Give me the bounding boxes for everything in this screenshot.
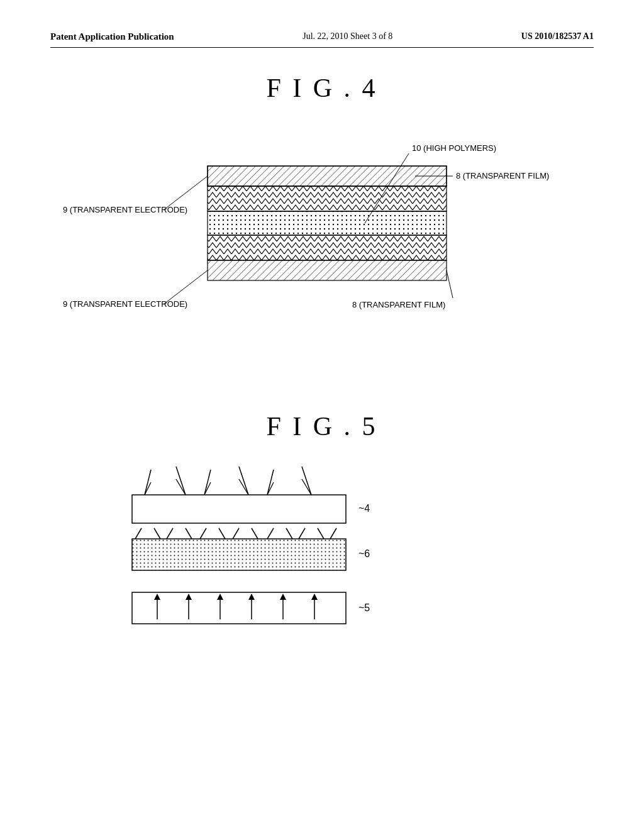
svg-line-43 <box>233 528 239 539</box>
fig4-section: F I G . 4 <box>50 73 594 361</box>
svg-text:~4: ~4 <box>358 503 370 514</box>
svg-line-48 <box>318 528 324 539</box>
svg-text:~6: ~6 <box>358 548 370 559</box>
svg-text:10 (HIGH POLYMERS): 10 (HIGH POLYMERS) <box>412 143 496 153</box>
fig5-title: F I G . 5 <box>50 411 594 441</box>
svg-line-19 <box>447 270 453 298</box>
svg-text:9 (TRANSPARENT ELECTRODE): 9 (TRANSPARENT ELECTRODE) <box>63 205 187 214</box>
svg-line-41 <box>200 528 206 539</box>
svg-line-31 <box>267 470 274 495</box>
patent-number-label: US 2010/182537 A1 <box>521 31 594 42</box>
svg-rect-7 <box>208 186 447 211</box>
fig4-diagram: 10 (HIGH POLYMERS) 8 (TRANSPARENT FILM) … <box>50 122 591 336</box>
svg-rect-10 <box>208 260 447 280</box>
header: Patent Application Publication Jul. 22, … <box>50 31 594 48</box>
svg-line-40 <box>186 528 192 539</box>
fig5-container: ~4 ~6 <box>50 460 594 743</box>
publication-label: Patent Application Publication <box>50 31 174 42</box>
fig4-title: F I G . 4 <box>50 73 594 103</box>
svg-line-38 <box>154 528 160 539</box>
svg-line-47 <box>299 528 305 539</box>
svg-line-42 <box>219 528 225 539</box>
svg-rect-9 <box>208 235 447 260</box>
svg-text:~5: ~5 <box>358 602 370 613</box>
svg-line-23 <box>145 470 151 495</box>
fig5-section: F I G . 5 <box>50 411 594 743</box>
svg-line-27 <box>204 470 211 495</box>
svg-line-49 <box>330 528 336 539</box>
svg-line-37 <box>135 528 142 539</box>
svg-rect-50 <box>132 539 346 570</box>
svg-text:8 (TRANSPARENT FILM): 8 (TRANSPARENT FILM) <box>456 171 549 180</box>
fig4-container: 10 (HIGH POLYMERS) 8 (TRANSPARENT FILM) … <box>50 122 594 361</box>
svg-text:9 (TRANSPARENT ELECTRODE): 9 (TRANSPARENT ELECTRODE) <box>63 299 187 309</box>
svg-line-44 <box>252 528 258 539</box>
svg-text:8 (TRANSPARENT FILM): 8 (TRANSPARENT FILM) <box>352 300 445 309</box>
svg-line-45 <box>267 528 274 539</box>
fig5-diagram: ~4 ~6 <box>113 460 553 712</box>
svg-rect-6 <box>208 166 447 186</box>
page: Patent Application Publication Jul. 22, … <box>0 0 644 830</box>
date-sheet-label: Jul. 22, 2010 Sheet 3 of 8 <box>303 31 392 42</box>
svg-line-39 <box>167 528 173 539</box>
svg-line-46 <box>286 528 292 539</box>
svg-rect-35 <box>132 495 346 523</box>
svg-rect-8 <box>208 211 447 235</box>
